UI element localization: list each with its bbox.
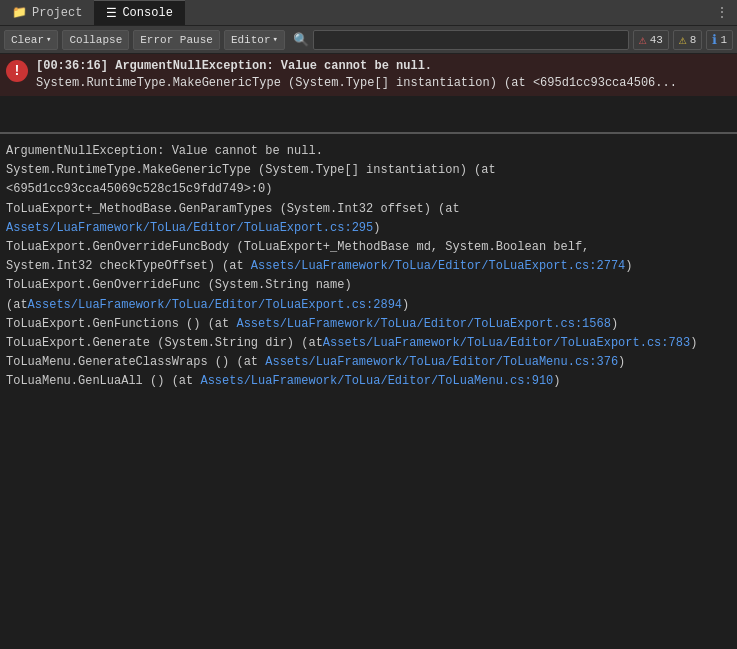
log-entry-title: [00:36:16] ArgumentNullException: Value … (36, 58, 677, 75)
info-badge[interactable]: ℹ 1 (706, 30, 733, 50)
error-badge[interactable]: ⚠ 43 (633, 30, 669, 50)
tab-project[interactable]: 📁 Project (0, 0, 94, 25)
tab-bar: 📁 Project ☰ Console ⋮ (0, 0, 737, 26)
tab-menu-button[interactable]: ⋮ (707, 4, 737, 21)
detail-text: ToLuaExport.Generate (System.String dir)… (6, 336, 323, 350)
tab-console-label: Console (122, 6, 172, 20)
clear-dropdown-icon[interactable]: ▾ (46, 34, 51, 45)
log-title: ArgumentNullException: Value cannot be n… (115, 59, 432, 73)
detail-line: ArgumentNullException: Value cannot be n… (6, 142, 731, 161)
detail-line: ToLuaExport.Generate (System.String dir)… (6, 334, 731, 353)
search-icon: 🔍 (293, 32, 309, 48)
detail-text: System.RuntimeType.MakeGenericType (Syst… (6, 163, 496, 177)
project-icon: 📁 (12, 5, 27, 20)
error-pause-button[interactable]: Error Pause (133, 30, 220, 50)
detail-link[interactable]: Assets/LuaFramework/ToLua/Editor/ToLuaEx… (28, 298, 402, 312)
detail-line: ToLuaExport.GenFunctions () (at Assets/L… (6, 315, 731, 334)
detail-link[interactable]: Assets/LuaFramework/ToLua/Editor/ToLuaMe… (265, 355, 618, 369)
log-entry-subtitle: System.RuntimeType.MakeGenericType (Syst… (36, 75, 677, 92)
detail-text: ToLuaExport.GenOverrideFuncBody (ToLuaEx… (6, 240, 589, 254)
detail-line: ToLuaExport.GenOverrideFuncBody (ToLuaEx… (6, 238, 731, 257)
console-icon: ☰ (106, 6, 117, 21)
detail-line: ToLuaExport+_MethodBase.GenParamTypes (S… (6, 200, 731, 238)
log-entry[interactable]: ! [00:36:16] ArgumentNullException: Valu… (0, 54, 737, 96)
log-entry-text: [00:36:16] ArgumentNullException: Value … (36, 58, 677, 92)
editor-label: Editor (231, 34, 271, 46)
detail-text: ToLuaMenu.GenerateClassWraps () (at (6, 355, 265, 369)
clear-label: Clear (11, 34, 44, 46)
detail-link[interactable]: Assets/LuaFramework/ToLua/Editor/ToLuaEx… (6, 221, 373, 235)
detail-link[interactable]: Assets/LuaFramework/ToLua/Editor/ToLuaEx… (323, 336, 690, 350)
error-badge-icon: ⚠ (639, 32, 647, 48)
detail-line: System.Int32 checkTypeOffset) (at Assets… (6, 257, 731, 276)
collapse-label: Collapse (69, 34, 122, 46)
detail-line: ToLuaExport.GenOverrideFunc (System.Stri… (6, 276, 731, 314)
error-count: 43 (650, 34, 663, 46)
warn-badge-icon: ⚠ (679, 32, 687, 48)
detail-text: ArgumentNullException: Value cannot be n… (6, 144, 323, 158)
error-pause-label: Error Pause (140, 34, 213, 46)
warn-badge[interactable]: ⚠ 8 (673, 30, 702, 50)
detail-text: ToLuaMenu.GenLuaAll () (at (6, 374, 200, 388)
clear-button[interactable]: Clear ▾ (4, 30, 58, 50)
detail-line: System.RuntimeType.MakeGenericType (Syst… (6, 161, 731, 180)
toolbar: Clear ▾ Collapse Error Pause Editor ▾ 🔍 … (0, 26, 737, 54)
detail-line: ToLuaMenu.GenerateClassWraps () (at Asse… (6, 353, 731, 372)
info-badge-icon: ℹ (712, 32, 717, 48)
log-error-icon: ! (6, 60, 28, 82)
detail-content: ArgumentNullException: Value cannot be n… (6, 142, 731, 391)
detail-link[interactable]: Assets/LuaFramework/ToLua/Editor/ToLuaEx… (251, 259, 625, 273)
warn-count: 8 (690, 34, 697, 46)
editor-dropdown-icon: ▾ (272, 34, 277, 45)
detail-text: <695d1cc93cca45069c528c15c9fdd749>:0) (6, 182, 272, 196)
tab-console[interactable]: ☰ Console (94, 0, 184, 25)
detail-line: <695d1cc93cca45069c528c15c9fdd749>:0) (6, 180, 731, 199)
detail-text: ToLuaExport+_MethodBase.GenParamTypes (S… (6, 202, 460, 216)
info-count: 1 (720, 34, 727, 46)
detail-link[interactable]: Assets/LuaFramework/ToLua/Editor/ToLuaMe… (200, 374, 553, 388)
log-time: [00:36:16] (36, 59, 108, 73)
tab-project-label: Project (32, 6, 82, 20)
detail-link[interactable]: Assets/LuaFramework/ToLua/Editor/ToLuaEx… (236, 317, 610, 331)
search-input[interactable] (313, 30, 629, 50)
editor-button[interactable]: Editor ▾ (224, 30, 285, 50)
log-detail: ArgumentNullException: Value cannot be n… (0, 134, 737, 649)
detail-text: System.Int32 checkTypeOffset) (at (6, 259, 251, 273)
detail-line: ToLuaMenu.GenLuaAll () (at Assets/LuaFra… (6, 372, 731, 391)
collapse-button[interactable]: Collapse (62, 30, 129, 50)
detail-text: ToLuaExport.GenFunctions () (at (6, 317, 236, 331)
log-list: ! [00:36:16] ArgumentNullException: Valu… (0, 54, 737, 134)
